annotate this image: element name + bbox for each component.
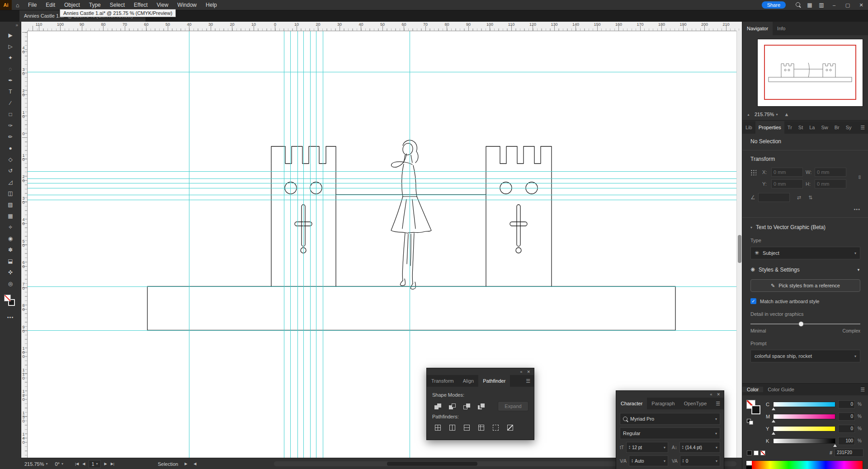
slider-thumb[interactable] [833,442,837,447]
workspace-grid-icon[interactable]: ▦ [804,2,816,8]
crop-button[interactable] [476,423,486,432]
expand-button[interactable]: Expand [498,401,528,411]
slider-track[interactable] [773,414,835,419]
stepper-icon[interactable]: ▴▾ [682,445,684,450]
width-input[interactable]: 0 mm [815,168,846,177]
slider-thumb[interactable] [772,418,775,422]
eraser-tool[interactable]: ◇ [0,154,21,165]
vertical-scrollbar-thumb[interactable] [738,235,741,263]
link-dimensions-icon[interactable]: ∞ [857,175,863,179]
slider-track[interactable] [773,438,835,444]
stepper-icon[interactable]: ▴▾ [629,445,630,450]
tab-navigator[interactable]: Navigator [742,22,773,35]
toolbar-more-icon[interactable]: ••• [0,314,21,320]
right-tower-cross[interactable] [510,205,527,253]
zoom-tool[interactable]: ◎ [0,278,21,289]
direct-selection-tool[interactable]: ▷ [0,41,21,52]
type-tool[interactable]: T [0,86,21,97]
prompt-input[interactable]: colorful space ship, rocket ▾ [750,350,860,362]
home-icon[interactable]: ⌂ [12,2,24,9]
woman-figure[interactable] [391,140,431,289]
guide[interactable] [27,195,736,195]
tab-transform[interactable]: Transform [427,375,458,387]
rotation-input[interactable] [758,193,790,202]
rainbow-ramp[interactable] [752,461,863,469]
tracking-select[interactable]: ▴▾ 0 ▾ [680,455,720,466]
detail-slider[interactable] [750,321,860,327]
shape-builder-tool[interactable]: ◫ [0,188,21,199]
menu-type[interactable]: Type [85,0,105,10]
guide[interactable] [297,31,298,458]
white-swatch[interactable] [754,450,759,455]
status-back-icon[interactable]: ◀ [193,462,196,466]
first-artboard-button[interactable]: |◀ [75,462,79,466]
castle-right-tower[interactable] [486,146,552,286]
artboard-number-select[interactable]: 1▾ [89,460,100,468]
tab-align[interactable]: Align [458,375,478,387]
fill-stroke-swatches[interactable] [0,293,21,310]
arrange-documents-icon[interactable]: ▥ [816,2,827,8]
default-colors-icon[interactable] [747,419,753,424]
blend-tool[interactable]: ◉ [0,233,21,244]
guide[interactable] [27,183,736,183]
guide[interactable] [27,72,736,72]
minimize-button[interactable]: – [827,0,841,10]
exclude-button[interactable] [476,402,486,411]
tab-color[interactable]: Color [742,387,763,392]
merge-button[interactable] [461,423,472,432]
checkbox-checked-icon[interactable]: ✓ [750,298,756,304]
y-input[interactable]: 0 mm [771,179,803,188]
share-button[interactable]: Share [762,1,786,9]
stepper-icon[interactable]: ▴▾ [632,459,633,463]
slider-value-input[interactable]: 0 [838,400,855,408]
tab-sw[interactable]: Sw [818,121,831,134]
menu-effect[interactable]: Effect [129,0,152,10]
navigator-zoom-value[interactable]: 215.75%▾ [755,112,778,117]
rotate-tool[interactable]: ↺ [0,165,21,176]
ttv-type-select[interactable]: ✳ Subject ▾ [750,247,860,259]
slider-track[interactable] [750,324,860,324]
reference-point-selector[interactable] [750,169,756,175]
menu-file[interactable]: File [24,0,41,10]
symbol-sprayer-tool[interactable]: ✽ [0,244,21,255]
menu-view[interactable]: View [152,0,173,10]
menu-object[interactable]: Object [60,0,85,10]
trim-button[interactable] [447,423,458,432]
zoom-out-icon[interactable]: ▲ [747,113,750,116]
zoom-level-select[interactable]: 215.75%▾ [24,461,47,467]
hex-value-input[interactable]: 231F20 [835,449,863,457]
tab-opentype[interactable]: OpenType [679,398,712,409]
slider-thumb[interactable] [798,321,804,327]
slider-value-input[interactable]: 0 [838,413,855,421]
guide[interactable] [27,200,736,200]
tab-info[interactable]: Info [773,22,790,35]
collapse-panel-icon[interactable]: « [710,392,712,397]
panel-menu-icon[interactable]: ☰ [857,387,868,393]
leading-select[interactable]: ▴▾ (14.4 pt) ▾ [679,442,720,453]
kerning-select[interactable]: ▴▾ Auto ▾ [629,455,668,466]
flip-horizontal-icon[interactable]: ⇄ [797,195,801,201]
tab-lib[interactable]: Lib [742,121,755,134]
guide[interactable] [310,31,311,458]
color-spectrum-bar[interactable] [746,460,863,469]
paintbrush-tool[interactable]: ✑ [0,120,21,131]
tab-tr[interactable]: Tr [784,121,795,134]
guide[interactable] [27,286,736,287]
menu-help[interactable]: Help [201,0,222,10]
collapse-panel-icon[interactable]: « [520,370,522,374]
ruler-origin-corner[interactable] [21,22,28,31]
search-icon[interactable] [792,2,804,8]
eyedropper-tool[interactable]: ✧ [0,221,21,233]
tab-br[interactable]: Br [831,121,843,134]
horizontal-scrollbar-thumb[interactable] [387,462,477,466]
intersect-button[interactable] [461,402,472,411]
tab-paragraph[interactable]: Paragraph [647,398,679,409]
font-style-select[interactable]: Regular ▾ [620,427,720,439]
tab-pathfinder[interactable]: Pathfinder [478,375,510,387]
rotation-select[interactable]: 0°▾ [55,461,63,467]
flip-vertical-icon[interactable]: ⇅ [808,195,812,201]
slider-value-input[interactable]: 100 [838,437,855,445]
lasso-tool[interactable]: ◌ [0,63,21,75]
last-artboard-button[interactable]: ▶| [111,462,114,466]
slider-thumb[interactable] [772,430,775,435]
